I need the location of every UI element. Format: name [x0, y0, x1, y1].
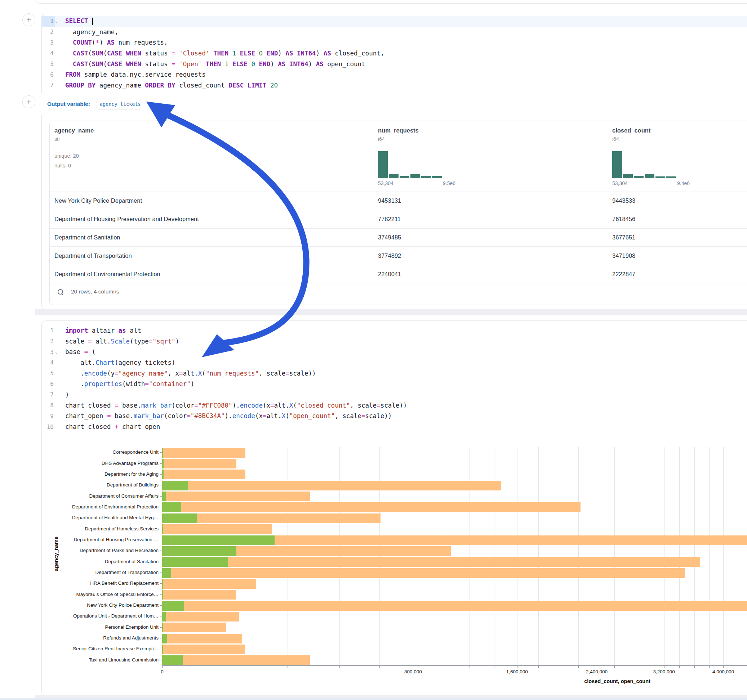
histogram-bar	[421, 176, 431, 178]
x-axis-tick	[597, 666, 597, 668]
cell-closed-count: 3677651	[612, 229, 635, 247]
x-axis-tick	[538, 666, 539, 668]
sql-editor[interactable]: 1⌄SELECT 2 agency_name,3 COUNT(*) AS num…	[41, 16, 747, 91]
code-line[interactable]: 2scale = alt.Scale(type="sqrt")	[41, 336, 747, 347]
bar-closed-count	[162, 481, 501, 490]
histogram-bar	[389, 174, 399, 178]
code-text: CAST(SUM(CASE WHEN status = 'Open' THEN …	[61, 60, 365, 68]
gridline	[287, 447, 288, 666]
code-line[interactable]: 8chart_closed = base.mark_bar(color="#FF…	[41, 400, 747, 411]
bar-open-count	[162, 557, 228, 567]
code-line[interactable]: 4 CAST(SUM(CASE WHEN status = 'Closed' T…	[41, 48, 747, 59]
gridline	[614, 447, 615, 666]
code-line[interactable]: 5 .encode(y="agency_name", x=alt.X("num_…	[41, 368, 747, 379]
table-row[interactable]: Department of Sanitation37494853677651	[50, 228, 747, 247]
histogram-bar	[655, 177, 665, 178]
code-text: )	[61, 391, 69, 398]
column-stat-unique: unique: 20	[54, 151, 94, 161]
code-line[interactable]: 4 alt.Chart(agency_tickets)	[41, 357, 747, 368]
line-number: 3	[41, 346, 55, 357]
cell-agency-name: New York City Police Department	[54, 192, 142, 210]
column-histogram	[612, 149, 690, 178]
line-number: 1	[41, 325, 55, 336]
line-number: 1	[41, 16, 55, 27]
y-axis-label: Department of Buildings	[50, 482, 159, 488]
fold-chevron-icon[interactable]: ⌄	[55, 19, 61, 23]
column-header-agency-name[interactable]: agency_name str unique: 20 nulls: 0	[54, 127, 94, 170]
output-variable-pill[interactable]: agency_tickets	[97, 99, 141, 109]
line-number: 6	[41, 69, 55, 80]
code-line[interactable]: 6FROM sample_data.nyc.service_requests	[41, 69, 747, 80]
code-line[interactable]: 9chart_open = base.mark_bar(color="#8BC3…	[41, 411, 747, 422]
code-line[interactable]: 2 agency_name,	[41, 27, 747, 38]
add-cell-button[interactable]: +	[22, 95, 35, 109]
y-axis-label: Department for the Aging	[50, 471, 159, 477]
y-axis-tick	[160, 474, 162, 475]
code-line[interactable]: 7)	[41, 389, 747, 400]
search-icon[interactable]	[57, 289, 63, 294]
code-line[interactable]: 1⌄SELECT	[41, 16, 747, 27]
code-line[interactable]: 6 .properties(width="container")	[41, 379, 747, 389]
code-line[interactable]: 10chart_closed + chart_open	[41, 421, 747, 432]
histogram-bar	[645, 174, 655, 178]
line-number: 9	[41, 411, 55, 422]
code-line[interactable]: 3⌄base = (	[41, 346, 747, 357]
cell-closed-count: 7618456	[612, 210, 635, 228]
cell-agency-name: Department of Environmental Protection	[54, 265, 160, 283]
bar-open-count	[162, 612, 166, 622]
column-header-closed-count[interactable]: closed_count i64 53,304 9.4e6	[612, 127, 690, 186]
table-rows: New York City Police Department945313194…	[50, 192, 747, 284]
code-text: GROUP BY agency_name ORDER BY closed_cou…	[61, 82, 278, 89]
line-number: 4	[41, 48, 55, 59]
y-axis-tick	[160, 463, 162, 464]
table-row[interactable]: Department of Environmental Protection22…	[50, 265, 747, 283]
gridline	[632, 447, 632, 666]
table-row[interactable]: Department of Transportation377489234719…	[50, 246, 747, 265]
table-row[interactable]: New York City Police Department945313194…	[50, 192, 747, 210]
x-axis-tick	[737, 666, 737, 668]
x-axis-tick	[679, 666, 680, 668]
line-number: 5	[41, 368, 55, 379]
cell-num-requests: 3749485	[378, 229, 401, 247]
gridline	[578, 447, 579, 666]
bar-open-count	[162, 448, 163, 458]
code-text: scale = alt.Scale(type="sqrt")	[61, 338, 179, 345]
code-text: agency_name,	[61, 29, 119, 36]
chart-y-axis-title: agency_name	[53, 537, 59, 571]
x-axis-tick	[380, 666, 380, 668]
x-axis-tick	[443, 666, 443, 668]
x-axis-tick-label: 3,200,000	[643, 669, 686, 674]
y-axis-tick	[160, 518, 162, 518]
code-line[interactable]: 3 COUNT(*) AS num_requests,	[41, 37, 747, 48]
y-axis-label: Department of Housing Preservation …	[50, 537, 159, 543]
y-axis-label: Department of Consumer Affairs	[50, 493, 159, 499]
column-header-num-requests[interactable]: num_requests i64 53,304 9.5e6	[378, 127, 455, 186]
bar-open-count	[162, 634, 167, 643]
bar-closed-count	[162, 623, 226, 632]
code-text: alt.Chart(agency_tickets)	[61, 359, 175, 366]
fold-chevron-icon[interactable]: ⌄	[55, 350, 61, 355]
python-editor[interactable]: 1import altair as alt2scale = alt.Scale(…	[41, 325, 747, 432]
y-axis-label: Refunds and Adjustments	[50, 635, 159, 641]
code-line[interactable]: 7GROUP BY agency_name ORDER BY closed_co…	[41, 80, 747, 91]
histogram-max-label: 9.4e6	[677, 180, 690, 186]
code-line[interactable]: 1import altair as alt	[41, 325, 747, 336]
gridline	[679, 447, 680, 666]
bar-closed-count	[162, 634, 242, 643]
bar-open-count	[162, 623, 163, 632]
table-row[interactable]: Department of Housing Preservation and D…	[50, 210, 747, 228]
y-axis-label: Operations Unit - Department of Hom…	[50, 613, 159, 619]
bar-open-count	[162, 524, 163, 534]
y-axis-tick	[160, 583, 162, 584]
bar-closed-count	[162, 601, 747, 611]
y-axis-tick	[160, 496, 162, 496]
y-axis-tick	[160, 649, 162, 649]
bar-open-count	[162, 536, 275, 545]
histogram-min-label: 53,304	[612, 180, 628, 186]
histogram-bar	[634, 176, 644, 178]
y-axis-label: Department of Parks and Recreation	[50, 547, 159, 554]
line-number: 7	[41, 80, 55, 91]
code-line[interactable]: 5 CAST(SUM(CASE WHEN status = 'Open' THE…	[41, 59, 747, 69]
add-cell-button[interactable]: +	[22, 13, 35, 26]
line-number: 8	[41, 400, 55, 411]
